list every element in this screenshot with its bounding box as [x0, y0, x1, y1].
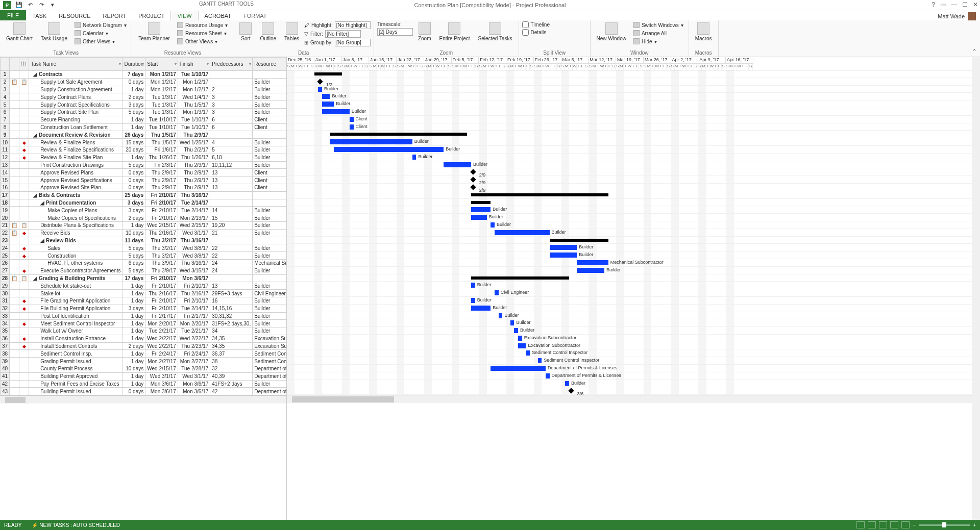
collapse-ribbon-icon[interactable]: ⌃: [972, 48, 977, 55]
gantt-row[interactable]: 2/9: [287, 184, 980, 191]
groupby-combo[interactable]: ⊞Group by:[No Group]: [304, 39, 371, 46]
gantt-h-scrollbar[interactable]: [287, 395, 980, 403]
tab-project[interactable]: PROJECT: [132, 11, 170, 20]
qat-more-icon[interactable]: ▾: [49, 2, 56, 9]
zoom-slider[interactable]: [919, 524, 970, 526]
gantt-row[interactable]: 3/6: [287, 387, 980, 395]
milestone[interactable]: 2/9: [470, 176, 476, 182]
task-bar[interactable]: Civil Engineer: [495, 290, 499, 295]
tab-format[interactable]: FORMAT: [237, 11, 273, 20]
table-row[interactable]: 26HVAC, IT, other systems6 daysThu 3/9/1…: [1, 259, 287, 267]
view-task-usage-button[interactable]: [868, 521, 876, 528]
gantt-row[interactable]: Builder: [287, 146, 980, 154]
gantt-row[interactable]: Sediment Control Inspector: [287, 349, 980, 357]
gantt-row[interactable]: Builder: [287, 108, 980, 116]
col-resource[interactable]: Resource▾: [253, 58, 287, 71]
task-bar[interactable]: Department of Permits & Licenses: [491, 366, 546, 371]
table-row[interactable]: 39Grading Permit Issued1 dayMon 2/27/17M…: [1, 358, 287, 365]
help-icon[interactable]: ?: [932, 1, 935, 8]
summary-bar[interactable]: [471, 276, 569, 280]
task-bar[interactable]: Builder: [330, 139, 412, 144]
network-diagram-button[interactable]: Network Diagram ▾: [72, 21, 129, 29]
gantt-row[interactable]: 2/9: [287, 168, 980, 176]
highlight-combo[interactable]: 🖍Highlight:[No Highlight]: [304, 21, 371, 29]
table-row[interactable]: 33Post Lot Identification1 dayFri 2/17/1…: [1, 312, 287, 320]
col-start[interactable]: Start▾: [145, 58, 178, 71]
task-bar[interactable]: Builder: [471, 215, 487, 220]
sort-button[interactable]: Sort: [236, 21, 255, 42]
summary-bar[interactable]: [471, 193, 608, 196]
task-bar[interactable]: Builder: [550, 253, 577, 258]
tab-resource[interactable]: RESOURCE: [53, 11, 96, 20]
calendar-button[interactable]: Calendar ▾: [72, 30, 129, 37]
gantt-row[interactable]: [287, 237, 980, 244]
table-row[interactable]: 37◆Install Sediment Controls2 daysWed 2/…: [1, 342, 287, 350]
maximize-icon[interactable]: ☐: [962, 1, 968, 8]
hide-button[interactable]: Hide ▾: [631, 38, 685, 45]
table-row[interactable]: 14Approve Revised Plans0 daysThu 2/9/17T…: [1, 169, 287, 176]
switch-windows-button[interactable]: Switch Windows ▾: [631, 21, 685, 29]
gantt-row[interactable]: Builder: [287, 327, 980, 335]
task-bar[interactable]: Client: [350, 124, 354, 130]
gantt-chart-button[interactable]: Gantt Chart: [3, 21, 36, 42]
view-report-button[interactable]: [901, 521, 910, 528]
task-bar[interactable]: Builder: [444, 162, 471, 167]
tables-button[interactable]: Tables: [281, 21, 302, 42]
task-bar[interactable]: Excavation Subcontractor: [518, 343, 526, 348]
task-bar[interactable]: Builder: [510, 320, 514, 325]
table-h-scrollbar[interactable]: [0, 395, 286, 403]
task-bar[interactable]: Builder: [471, 207, 491, 212]
gantt-row[interactable]: Department of Permits & Licenses: [287, 365, 980, 372]
ribbon-options-icon[interactable]: ▭: [940, 1, 946, 8]
col-indicator1[interactable]: [10, 58, 19, 71]
gantt-row[interactable]: Builder: [287, 214, 980, 221]
tab-view[interactable]: VIEW: [170, 11, 198, 20]
task-bar[interactable]: Builder: [577, 268, 604, 273]
arrange-all-button[interactable]: Arrange All: [631, 30, 685, 37]
gantt-row[interactable]: Civil Engineer: [287, 289, 980, 297]
gantt-row[interactable]: Client: [287, 123, 980, 131]
table-row[interactable]: 3Supply Construction Agreement1 dayMon 1…: [1, 86, 287, 93]
tab-acrobat[interactable]: ACROBAT: [199, 11, 237, 20]
task-bar[interactable]: Builder: [550, 245, 577, 250]
view-team-planner-button[interactable]: [879, 521, 887, 528]
redo-icon[interactable]: ↷: [38, 2, 45, 9]
gantt-v-scrollbar[interactable]: [972, 57, 980, 520]
zoom-in-button[interactable]: +: [973, 522, 976, 528]
view-resource-sheet-button[interactable]: [890, 521, 898, 528]
timeline-checkbox[interactable]: Timeline: [522, 21, 550, 28]
gantt-row[interactable]: Builder: [287, 206, 980, 214]
filter-combo[interactable]: ▽Filter:[No Filter]: [304, 30, 371, 38]
table-row[interactable]: 13Print Construction Drawings5 daysFri 2…: [1, 161, 287, 169]
gantt-row[interactable]: Builder: [287, 100, 980, 108]
task-bar[interactable]: Department of Permits & Licenses: [546, 373, 550, 378]
table-row[interactable]: 30Stake lot1 dayThu 2/16/17Thu 2/16/1729…: [1, 290, 287, 297]
gantt-row[interactable]: Excavation Subcontractor: [287, 335, 980, 342]
col-predecessors[interactable]: Predecessors▾: [210, 58, 253, 71]
table-row[interactable]: 20Make Copies of Specifications2 daysFri…: [1, 214, 287, 222]
task-bar[interactable]: Builder: [471, 283, 475, 288]
zoom-button[interactable]: Zoom: [415, 21, 434, 42]
gantt-row[interactable]: Mechanical Subcontractor: [287, 259, 980, 267]
minimize-icon[interactable]: —: [951, 1, 957, 8]
milestone[interactable]: 2/9: [470, 184, 476, 190]
timescale-combo[interactable]: Timescale:: [377, 21, 413, 27]
task-bar[interactable]: Sediment Control Inspector: [526, 350, 530, 356]
summary-bar[interactable]: [330, 133, 467, 136]
gantt-row[interactable]: Builder: [287, 380, 980, 388]
table-row[interactable]: 35Walk Lot w/ Owner1 dayTue 2/21/17Tue 2…: [1, 327, 287, 335]
milestone[interactable]: 2/9: [470, 169, 476, 175]
task-bar[interactable]: Builder: [322, 94, 330, 99]
tab-file[interactable]: FILE: [0, 10, 26, 20]
tab-task[interactable]: TASK: [26, 11, 53, 20]
selected-tasks-button[interactable]: Selected Tasks: [475, 21, 516, 42]
col-finish[interactable]: Finish▾: [178, 58, 210, 71]
gantt-row[interactable]: Builder: [287, 221, 980, 229]
task-bar[interactable]: Builder: [471, 298, 475, 303]
table-row[interactable]: 31◆File Grading Permit Application1 dayF…: [1, 297, 287, 305]
table-row[interactable]: 29Schedule lot stake-out1 dayFri 2/10/17…: [1, 282, 287, 290]
table-row[interactable]: 23◢ Review Bids11 daysThu 3/2/17Thu 3/16…: [1, 237, 287, 244]
gantt-row[interactable]: Builder: [287, 244, 980, 251]
table-row[interactable]: 10◆Review & Finalize Plans15 daysThu 1/5…: [1, 139, 287, 146]
outline-button[interactable]: Outline: [257, 21, 279, 42]
